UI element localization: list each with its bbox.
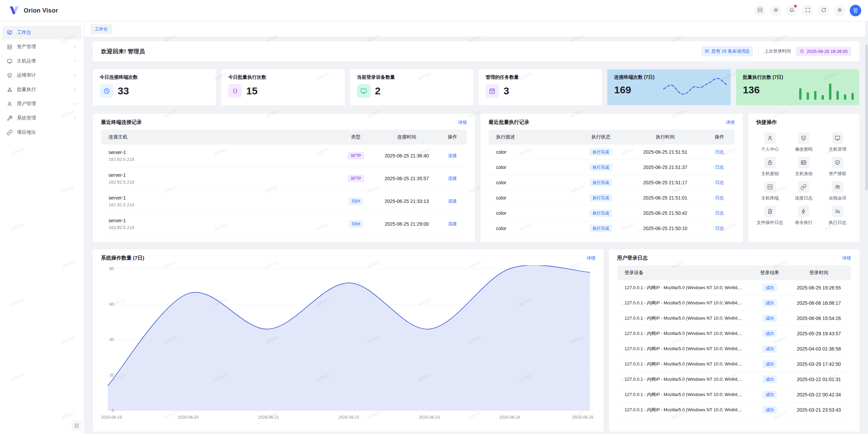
theme-button[interactable]: [770, 5, 782, 16]
message-icon: [705, 49, 709, 54]
quick-action-label: 修改密码: [795, 146, 812, 152]
table-row: server-1182.92.5.218SFTP2025-06-25 21:35…: [101, 167, 467, 190]
connect-link[interactable]: 连接: [448, 199, 457, 204]
table-row: server-1182.92.5.218SFTP2025-06-25 21:36…: [101, 145, 467, 167]
workbench-icon: [7, 30, 13, 36]
scrollbar-track: [865, 22, 868, 434]
login-result-badge: 成功: [763, 299, 777, 307]
batch-log-title: 最近批量执行记录: [489, 119, 529, 126]
code-square-icon: [764, 181, 776, 193]
log-link[interactable]: 日志: [715, 226, 724, 231]
notifications-button[interactable]: [786, 5, 797, 16]
connect-link[interactable]: 连接: [448, 153, 457, 158]
sidebar-item-shield-check[interactable]: 运维审计: [2, 69, 81, 82]
exec-desc-cell: color: [489, 165, 575, 170]
quick-action-link[interactable]: 连接日志: [787, 181, 821, 201]
login-result-badge: 成功: [763, 345, 777, 353]
svg-text:20: 20: [110, 373, 114, 378]
settings-button[interactable]: [834, 5, 845, 16]
quick-action-shield-check[interactable]: 资产授权: [821, 157, 854, 177]
stat-card: 今日连接终端次数33: [93, 69, 216, 105]
ops-area-chart: 0204060802025-06-192025-06-202025-06-212…: [93, 265, 604, 425]
welcome-panel: 欢迎回来! 管理员 您有 15 条未读消息 上次登录时间 2025-06-25 …: [93, 41, 859, 61]
log-link[interactable]: 日志: [715, 195, 724, 200]
exec-time-cell: 2025-06-25 21:51:17: [626, 180, 704, 185]
table-row: 127.0.0.1 - 内网IP - Mozilla/5.0 (Windows …: [617, 280, 851, 296]
quick-action-id-card[interactable]: 主机身份: [787, 157, 821, 177]
quick-action-shield-check[interactable]: 修改密码: [787, 132, 821, 152]
quick-action-label: 个人中心: [761, 146, 779, 152]
login-log-title: 用户登录日志: [617, 255, 648, 261]
svg-text:60: 60: [110, 302, 114, 307]
terminal-log-detail-link[interactable]: 详情: [458, 119, 467, 126]
table-row: server-1182.92.5.218SSH2025-06-25 21:29:…: [101, 213, 467, 235]
host-cell: server-1182.92.5.218: [101, 172, 336, 185]
chevron-down-icon: [73, 116, 77, 120]
shield-check-icon: [7, 73, 13, 78]
fullscreen-button[interactable]: [802, 5, 813, 16]
sidebar-item-server[interactable]: 资产管理: [2, 40, 81, 54]
sidebar-item-cluster[interactable]: 批量执行: [2, 83, 81, 96]
quick-action-file-text[interactable]: 文件操作日志: [753, 206, 787, 226]
exec-desc-cell: color: [489, 226, 575, 231]
terminal-log-title: 最近终端连接记录: [101, 119, 142, 126]
unread-messages-badge[interactable]: 您有 15 条未读消息: [701, 46, 753, 56]
login-log-detail-link[interactable]: 详情: [842, 255, 851, 261]
table-row: 127.0.0.1 - 内网IP - Mozilla/5.0 (Windows …: [617, 341, 851, 357]
ops-chart-detail-link[interactable]: 详情: [587, 255, 595, 261]
exec-time-cell: 2025-06-25 21:50:42: [626, 210, 704, 216]
quick-action-lock[interactable]: 主机密钥: [753, 157, 787, 177]
topbar: Orion Visor 管: [0, 0, 868, 21]
user-avatar[interactable]: 管: [850, 5, 861, 16]
sidebar-item-monitor[interactable]: 主机运维: [2, 54, 81, 68]
bottom-row: 系统操作数量 (7日) 详情 0204060802025-06-192025-0…: [93, 249, 859, 432]
welcome-meta: 您有 15 条未读消息 上次登录时间 2025-06-25 19:26:55: [701, 46, 851, 56]
svg-text:0: 0: [112, 408, 114, 413]
sidebar-item-link[interactable]: 项目地址: [2, 126, 81, 139]
quick-action-person[interactable]: 个人中心: [753, 132, 787, 152]
exec-status-badge: 执行完成: [590, 194, 612, 202]
code-button[interactable]: [754, 5, 766, 16]
server-icon: [7, 44, 13, 50]
connect-link[interactable]: 连接: [448, 221, 457, 226]
sidebar-item-person[interactable]: 用户管理: [2, 97, 81, 111]
stat-card-value: 33: [118, 85, 129, 97]
sidebar-collapse-button[interactable]: [72, 420, 82, 431]
sidebar-item-label: 用户管理: [17, 101, 73, 107]
login-log-header: 登录设备 登录结果 登录时间: [617, 265, 851, 280]
connect-link[interactable]: 连接: [448, 176, 457, 181]
quick-action-users[interactable]: 在线会话: [821, 181, 854, 201]
exec-time-cell: 2025-06-25 21:50:10: [626, 226, 704, 231]
log-link[interactable]: 日志: [715, 165, 724, 170]
scrollbar-thumb[interactable]: [865, 44, 868, 190]
log-link[interactable]: 日志: [715, 210, 724, 215]
batch-log-detail-link[interactable]: 详情: [726, 119, 735, 126]
quick-action-monitor[interactable]: 主机管理: [821, 132, 854, 152]
breadcrumb[interactable]: 工作台: [90, 24, 112, 34]
svg-text:2025-06-24: 2025-06-24: [499, 415, 520, 420]
login-result-badge: 成功: [763, 284, 777, 291]
sidebar-item-workbench[interactable]: 工作台: [2, 26, 81, 39]
quick-actions-grid: 个人中心修改密码主机管理主机密钥主机身份资产授权主机终端连接日志在线会话文件操作…: [748, 130, 859, 230]
exec-status-badge: 执行完成: [590, 179, 612, 186]
lock-icon: [764, 157, 776, 168]
quick-action-label: 主机管理: [829, 146, 846, 152]
type-badge: SFTP: [348, 152, 364, 159]
login-time-cell: 2025-04-03 01:36:58: [787, 346, 851, 352]
login-time-cell: 2025-06-25 19:26:55: [787, 285, 851, 290]
stat-card-title: 管理的任务数量: [486, 74, 595, 80]
quick-action-label: 文件操作日志: [757, 220, 783, 226]
chevron-down-icon: [73, 45, 77, 49]
monitor-icon: [357, 84, 371, 98]
host-ip: 182.92.5.218: [108, 225, 336, 230]
sidebar-item-wrench[interactable]: 系统管理: [2, 111, 81, 125]
log-link[interactable]: 日志: [715, 149, 724, 154]
quick-action-code-square[interactable]: 主机终端: [753, 181, 787, 201]
quick-action-search-list[interactable]: 执行日志: [821, 206, 854, 226]
exec-desc-cell: color: [489, 180, 575, 185]
chevron-down-icon: [73, 88, 77, 92]
refresh-button[interactable]: [818, 5, 829, 16]
quick-action-lightning[interactable]: 命令执行: [787, 206, 821, 226]
login-time-cell: 2025-03-29 17:42:50: [787, 361, 851, 367]
log-link[interactable]: 日志: [715, 180, 724, 185]
